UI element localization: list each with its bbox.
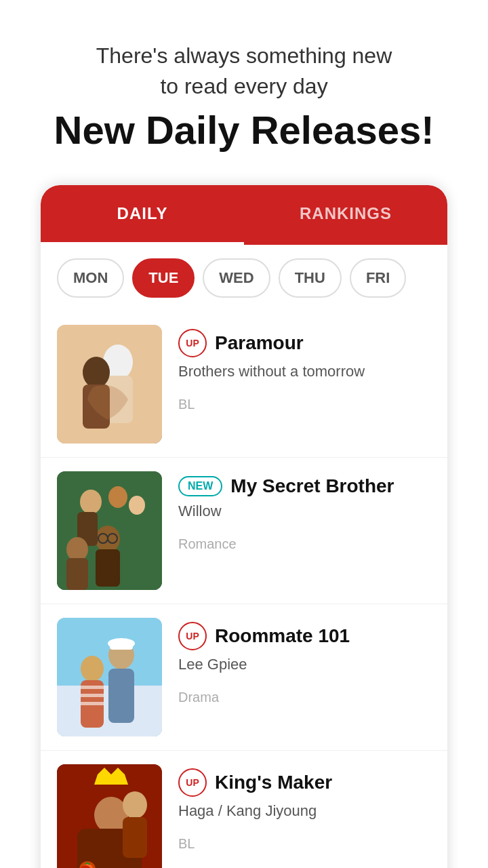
tabs-header: DAILY RANKINGS: [41, 185, 447, 245]
comic-genre-roommate-101: Drama: [178, 690, 431, 705]
svg-point-7: [108, 486, 127, 508]
comics-list: UP Paramour Brothers without a tomorrow …: [41, 311, 447, 868]
svg-point-24: [81, 656, 104, 682]
main-card: DAILY RANKINGS MON TUE WED THU FRI: [41, 185, 447, 868]
comic-title-kings-maker: King's Maker: [215, 772, 332, 793]
day-thu[interactable]: THU: [279, 258, 342, 298]
comic-info-paramour: UP Paramour Brothers without a tomorrow …: [178, 325, 431, 412]
badge-up-kings-maker: UP: [178, 768, 207, 797]
svg-point-15: [66, 537, 88, 561]
svg-rect-37: [123, 817, 147, 858]
comic-author-kings-maker: Haga / Kang Jiyoung: [178, 802, 431, 820]
badge-new-my-secret-brother: NEW: [178, 476, 222, 496]
svg-point-8: [129, 496, 145, 515]
comic-author-paramour: Brothers without a tomorrow: [178, 363, 431, 380]
comic-genre-my-secret-brother: Romance: [178, 536, 431, 552]
tab-rankings[interactable]: RANKINGS: [244, 185, 447, 245]
svg-rect-28: [81, 702, 104, 705]
svg-rect-16: [66, 558, 88, 590]
svg-point-3: [83, 357, 110, 388]
comic-item-my-secret-brother[interactable]: NEW My Secret Brother Willow Romance: [41, 458, 447, 604]
comic-info-roommate-101: UP Roommate 101 Lee Gpiee Drama: [178, 618, 431, 705]
comic-thumbnail-kings-maker: [57, 764, 162, 868]
comic-genre-paramour: BL: [178, 397, 431, 412]
svg-rect-26: [81, 686, 104, 689]
day-tue[interactable]: TUE: [132, 258, 195, 298]
svg-point-6: [80, 490, 102, 514]
comic-title-paramour: Paramour: [215, 332, 304, 354]
comic-item-kings-maker[interactable]: UP King's Maker Haga / Kang Jiyoung BL: [41, 751, 447, 868]
hero-section: There's always something newto read ever…: [0, 0, 488, 172]
comic-genre-kings-maker: BL: [178, 836, 431, 852]
badge-up-paramour: UP: [178, 329, 207, 357]
comic-author-my-secret-brother: Willow: [178, 502, 431, 520]
comic-author-roommate-101: Lee Gpiee: [178, 656, 431, 673]
comic-title-my-secret-brother: My Secret Brother: [230, 475, 394, 497]
days-row: MON TUE WED THU FRI: [41, 245, 447, 311]
day-fri[interactable]: FRI: [350, 258, 406, 298]
comic-thumbnail-my-secret-brother: [57, 471, 162, 590]
tab-daily[interactable]: DAILY: [41, 185, 244, 245]
comic-info-kings-maker: UP King's Maker Haga / Kang Jiyoung BL: [178, 764, 431, 852]
comic-thumbnail-paramour: [57, 325, 162, 443]
svg-rect-21: [108, 669, 134, 723]
day-mon[interactable]: MON: [57, 258, 124, 298]
comic-item-paramour[interactable]: UP Paramour Brothers without a tomorrow …: [41, 311, 447, 458]
svg-point-36: [123, 791, 147, 818]
comic-info-my-secret-brother: NEW My Secret Brother Willow Romance: [178, 471, 431, 552]
day-wed[interactable]: WED: [203, 258, 270, 298]
svg-rect-27: [81, 694, 104, 697]
svg-rect-23: [110, 642, 133, 650]
comic-thumbnail-roommate-101: [57, 618, 162, 736]
hero-title: New Daily Releases!: [27, 108, 461, 152]
hero-subtitle: There's always something newto read ever…: [27, 41, 461, 102]
svg-rect-14: [96, 549, 120, 587]
comic-item-roommate-101[interactable]: UP Roommate 101 Lee Gpiee Drama: [41, 604, 447, 751]
badge-up-roommate-101: UP: [178, 622, 207, 650]
comic-title-roommate-101: Roommate 101: [215, 625, 350, 647]
